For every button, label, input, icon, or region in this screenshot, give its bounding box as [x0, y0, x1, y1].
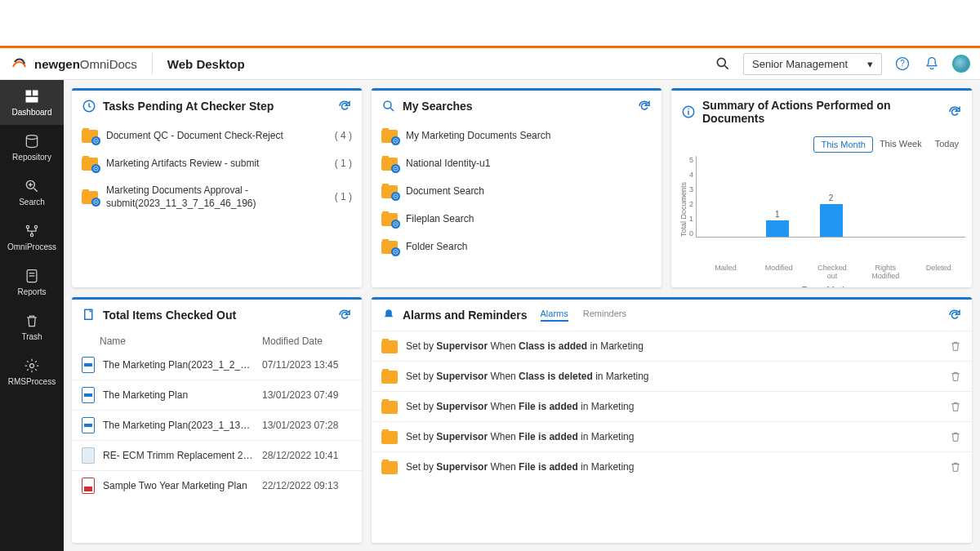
svg-line-27: [390, 108, 394, 111]
tab-reminders[interactable]: Reminders: [583, 309, 626, 322]
delete-icon[interactable]: [949, 370, 962, 383]
checked-out-row[interactable]: Sample Two Year Marketing Plan22/12/2022…: [72, 470, 362, 500]
folder-icon: [381, 429, 398, 444]
task-row[interactable]: Marketing Artifacts Review - submit( 1 ): [72, 149, 362, 177]
svg-point-14: [30, 233, 33, 236]
bell-icon[interactable]: [923, 55, 941, 73]
delete-icon[interactable]: [949, 400, 962, 413]
alarm-row[interactable]: Set by Supervisor When File is added in …: [372, 421, 972, 451]
doc-date: 13/01/2023 07:49: [262, 389, 352, 401]
delete-icon[interactable]: [949, 460, 962, 473]
sidebar-item-repository[interactable]: Repository: [0, 125, 64, 170]
card-title: Tasks Pending At Checker Step: [103, 100, 331, 113]
bar-chart: Total Documents 543210 12: [678, 156, 965, 262]
doc-name: The Marketing Plan(2023_1_13_7_28_58...: [103, 420, 254, 431]
brand-swirl-icon: [10, 54, 29, 73]
checked-out-row[interactable]: RE- ECM Trimm Replacement 26-12-20...28/…: [72, 440, 362, 470]
role-dropdown[interactable]: Senior Management ▾: [743, 53, 882, 75]
search-row[interactable]: Fileplan Search: [372, 205, 662, 233]
svg-line-1: [725, 66, 728, 69]
x-tick: Rights Modified: [869, 264, 902, 281]
sidebar-label: Trash: [21, 332, 42, 341]
x-tick: Deleted: [922, 264, 955, 281]
sidebar-label: Reports: [17, 287, 46, 296]
svg-rect-5: [33, 91, 38, 96]
chart-bar: 1: [761, 210, 794, 237]
process-icon: [24, 223, 40, 239]
user-avatar[interactable]: [952, 55, 970, 73]
folder-icon: [381, 239, 398, 254]
folder-icon: [381, 369, 398, 384]
alarm-message: Set by Supervisor When Class is added in…: [406, 340, 941, 352]
search-text: My Marketing Documents Search: [406, 129, 652, 142]
svg-rect-6: [26, 97, 38, 103]
refresh-icon[interactable]: [337, 99, 352, 113]
alarm-row[interactable]: Set by Supervisor When File is added in …: [372, 451, 972, 482]
card-tasks-pending: Tasks Pending At Checker Step Document Q…: [72, 88, 362, 287]
task-row[interactable]: Document QC - Document Check-Reject( 4 ): [72, 122, 362, 149]
app-title: Web Desktop: [167, 57, 245, 71]
sidebar-item-search[interactable]: Search: [0, 170, 64, 215]
checked-out-row[interactable]: The Marketing Plan(2023_1_13_7_28_58...1…: [72, 410, 362, 440]
refresh-icon[interactable]: [947, 104, 962, 119]
sidebar-item-trash[interactable]: Trash: [0, 304, 64, 349]
svg-point-0: [717, 58, 725, 66]
tab-this-month[interactable]: This Month: [813, 136, 872, 153]
delete-icon[interactable]: [949, 430, 962, 443]
refresh-icon[interactable]: [637, 99, 652, 113]
folder-icon: [381, 399, 398, 414]
search-nav-icon: [24, 178, 40, 194]
search-row[interactable]: Folder Search: [372, 233, 662, 260]
sidebar: Dashboard Repository Search OmniProcess …: [0, 80, 64, 551]
refresh-icon[interactable]: [947, 308, 962, 322]
tab-alarms[interactable]: Alarms: [541, 309, 568, 322]
checked-out-row[interactable]: The Marketing Plan13/01/2023 07:49: [72, 380, 362, 410]
sidebar-item-omniprocess[interactable]: OmniProcess: [0, 215, 64, 260]
search-icon[interactable]: [714, 55, 732, 73]
svg-point-18: [30, 364, 34, 368]
task-row[interactable]: Marketing Documents Approval - submit(20…: [72, 177, 362, 216]
search-row[interactable]: My Marketing Documents Search: [372, 122, 662, 149]
dashboard-icon: [24, 88, 40, 104]
alarm-message: Set by Supervisor When File is added in …: [406, 401, 941, 412]
folder-icon: [82, 128, 98, 143]
search-text: Document Search: [406, 184, 652, 198]
tab-today[interactable]: Today: [929, 136, 965, 153]
x-tick: Modified: [763, 264, 795, 281]
search-text: Folder Search: [406, 240, 652, 253]
delete-icon[interactable]: [949, 340, 962, 353]
brand-thin: OmniDocs: [80, 57, 137, 71]
search-row[interactable]: Document Search: [372, 177, 662, 205]
alarm-row[interactable]: Set by Supervisor When File is added in …: [372, 391, 972, 421]
brand-bold: newgen: [34, 57, 80, 71]
svg-point-7: [26, 136, 37, 140]
alarm-message: Set by Supervisor When File is added in …: [406, 461, 941, 473]
trash-nav-icon: [24, 313, 40, 329]
sidebar-item-dashboard[interactable]: Dashboard: [0, 80, 64, 125]
sidebar-item-reports[interactable]: Reports: [0, 260, 64, 304]
task-count: ( 4 ): [335, 130, 352, 141]
svg-line-9: [34, 189, 38, 192]
card-my-searches: My Searches My Marketing Documents Searc…: [372, 88, 662, 287]
refresh-icon[interactable]: [337, 308, 352, 322]
chart-bar: 2: [815, 193, 848, 237]
bell-title-icon: [381, 308, 396, 322]
alarm-row[interactable]: Set by Supervisor When Class is deleted …: [372, 361, 972, 391]
help-icon[interactable]: ?: [893, 55, 911, 73]
search-row[interactable]: National Identity-u1: [372, 149, 662, 177]
alarm-row[interactable]: Set by Supervisor When Class is added in…: [372, 331, 972, 361]
svg-point-12: [26, 225, 29, 228]
doc-name: Sample Two Year Marketing Plan: [103, 480, 254, 491]
card-summary-actions: Summary of Actions Performed on Document…: [671, 88, 972, 287]
text-doc-icon: [82, 447, 95, 464]
sidebar-item-rmsprocess[interactable]: RMSProcess: [0, 349, 64, 394]
search-title-icon: [381, 99, 396, 113]
x-tick: Mailed: [710, 264, 742, 281]
card-title: Total Items Checked Out: [103, 309, 331, 322]
word-doc-icon: [82, 387, 95, 403]
card-alarms-reminders: Alarms and Reminders Alarms Reminders Se…: [372, 297, 972, 543]
folder-icon: [381, 339, 398, 353]
tab-this-week[interactable]: This Week: [873, 136, 929, 153]
checked-out-row[interactable]: The Marketing Plan(2023_1_2_11_18_15...0…: [72, 350, 362, 380]
sidebar-label: OmniProcess: [7, 242, 56, 251]
